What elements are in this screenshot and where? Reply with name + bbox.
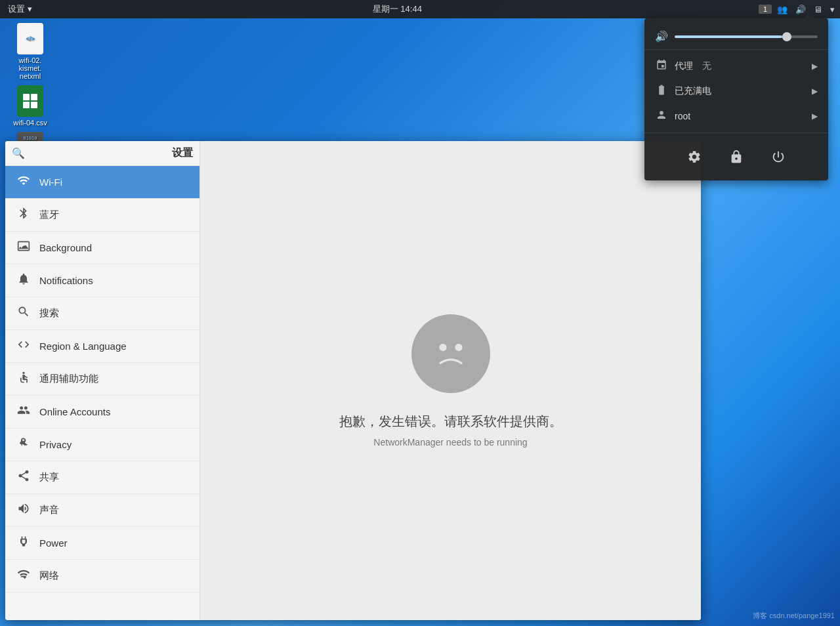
tray-actions — [644, 137, 828, 173]
tray-lock-button[interactable] — [723, 144, 749, 170]
search-icon[interactable]: 🔍 — [12, 147, 25, 159]
power-icon — [16, 535, 32, 551]
sidebar-item-accessibility[interactable]: 通用辅助功能 — [5, 363, 200, 396]
settings-search-bar: 🔍 设置 — [5, 141, 200, 166]
desktop-icon-csv[interactable]: wifi-04.csv — [7, 85, 54, 127]
sidebar-item-network[interactable]: 网络 — [5, 560, 200, 593]
error-title: 抱歉，发生错误。请联系软件提供商。 — [339, 413, 562, 430]
taskbar-chevron-icon[interactable]: ▾ — [828, 3, 837, 16]
error-subtitle: NetworkManager needs to be running — [373, 437, 527, 448]
desktop-icon-csv-label: wifi-04.csv — [13, 119, 47, 127]
tray-battery-arrow: ▶ — [812, 87, 818, 96]
sidebar-item-search[interactable]: 搜索 — [5, 297, 200, 330]
sidebar-item-online-accounts-label: Online Accounts — [39, 406, 110, 417]
sidebar-item-wifi-label: Wi-Fi — [39, 177, 62, 188]
volume-slider-thumb — [782, 32, 791, 41]
sidebar-item-sound[interactable]: 声音 — [5, 494, 200, 527]
tray-power-button[interactable] — [765, 144, 791, 170]
taskbar-right-area: 1 👥 🔊 🖥 ▾ — [759, 3, 840, 16]
taskbar-users-icon[interactable]: 👥 — [774, 3, 790, 16]
sound-icon — [16, 502, 32, 518]
tray-proxy-icon — [655, 59, 668, 73]
settings-window: 🔍 设置 Wi-Fi 蓝牙 Backg — [5, 141, 701, 620]
tray-battery-icon — [655, 84, 668, 98]
search-icon-sidebar — [16, 305, 32, 322]
tray-proxy-label: 代理 — [675, 60, 693, 72]
share-icon — [16, 469, 32, 486]
notifications-icon — [16, 272, 32, 289]
svg-point-2 — [455, 343, 462, 350]
wifi-icon — [16, 174, 32, 190]
volume-slider-track[interactable] — [675, 35, 818, 38]
tray-battery-label: 已充满电 — [675, 85, 711, 97]
workspace-indicator[interactable]: 1 — [759, 5, 772, 14]
svg-point-1 — [439, 343, 446, 350]
bluetooth-icon — [16, 207, 32, 223]
sidebar-item-bluetooth-label: 蓝牙 — [39, 209, 59, 221]
tray-proxy-arrow: ▶ — [812, 62, 818, 71]
sidebar-item-background-label: Background — [39, 242, 92, 253]
watermark: 博客 csdn.net/pange1991 — [753, 611, 835, 621]
sidebar-item-share-label: 共享 — [39, 471, 59, 484]
tray-battery-item[interactable]: 已充满电 ▶ — [644, 79, 828, 104]
desktop: 设置 ▾ 星期一 14:44 1 👥 🔊 🖥 ▾ </> wifi-02.kis… — [0, 0, 840, 626]
sidebar-item-online-accounts[interactable]: Online Accounts — [5, 396, 200, 428]
tray-proxy-item[interactable]: 代理 无 ▶ — [644, 54, 828, 79]
sidebar-item-region-label: Region & Language — [39, 341, 127, 352]
error-face-icon — [411, 314, 490, 393]
sidebar-item-search-label: 搜索 — [39, 307, 59, 320]
network-icon — [16, 568, 32, 584]
sidebar-item-accessibility-label: 通用辅助功能 — [39, 373, 98, 385]
settings-search-input[interactable] — [30, 148, 167, 159]
sidebar-item-privacy[interactable]: Privacy — [5, 428, 200, 461]
sidebar-item-network-label: 网络 — [39, 570, 59, 582]
tray-volume-icon: 🔊 — [655, 30, 668, 43]
sidebar-item-notifications-label: Notifications — [39, 275, 93, 286]
sidebar-item-sound-label: 声音 — [39, 504, 59, 516]
tray-divider — [644, 133, 828, 133]
accessibility-icon — [16, 371, 32, 387]
taskbar-clock: 星期一 14:44 — [36, 3, 759, 15]
desktop-icon-netxml[interactable]: </> wifi-02.kismet.netxml — [7, 23, 54, 80]
settings-window-title: 设置 — [172, 146, 193, 160]
tray-settings-button[interactable] — [681, 144, 707, 170]
volume-slider-fill — [675, 35, 782, 38]
sidebar-item-power-label: Power — [39, 537, 68, 549]
tray-user-icon — [655, 109, 668, 123]
tray-user-item[interactable]: root ▶ — [644, 104, 828, 129]
desktop-icon-netxml-label: wifi-02.kismet.netxml — [19, 56, 42, 80]
tray-user-arrow: ▶ — [812, 112, 818, 121]
taskbar-menu-button[interactable]: 设置 ▾ — [4, 2, 36, 16]
tray-proxy-value: 无 — [702, 60, 711, 72]
online-accounts-icon — [16, 404, 32, 420]
background-icon — [16, 240, 32, 256]
sidebar-item-background[interactable]: Background — [5, 232, 200, 264]
settings-sidebar: 🔍 设置 Wi-Fi 蓝牙 Backg — [5, 141, 200, 620]
taskbar: 设置 ▾ 星期一 14:44 1 👥 🔊 🖥 ▾ — [0, 0, 840, 18]
sidebar-item-notifications[interactable]: Notifications — [5, 264, 200, 297]
settings-main-content: 抱歉，发生错误。请联系软件提供商。 NetworkManager needs t… — [200, 141, 701, 620]
tray-user-label: root — [675, 111, 690, 121]
privacy-icon — [16, 436, 32, 453]
sidebar-item-region[interactable]: Region & Language — [5, 330, 200, 363]
tray-volume-row: 🔊 — [644, 26, 828, 50]
tray-popup: 🔊 代理 无 ▶ 已充满电 ▶ — [644, 18, 828, 180]
svg-point-0 — [22, 372, 24, 374]
sidebar-item-share[interactable]: 共享 — [5, 461, 200, 494]
sidebar-item-bluetooth[interactable]: 蓝牙 — [5, 199, 200, 232]
sidebar-item-power[interactable]: Power — [5, 527, 200, 560]
sidebar-item-privacy-label: Privacy — [39, 439, 72, 450]
region-icon — [16, 338, 32, 354]
sidebar-item-wifi[interactable]: Wi-Fi — [5, 166, 200, 199]
